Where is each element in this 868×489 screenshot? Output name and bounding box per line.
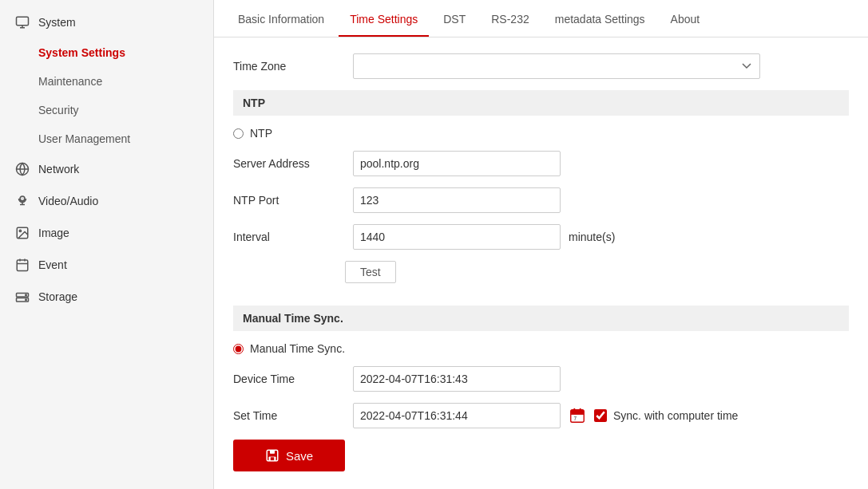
ntp-radio-label[interactable]: NTP	[250, 127, 272, 140]
tabs-bar: Basic Information Time Settings DST RS-2…	[214, 0, 868, 37]
sidebar-item-image-label: Image	[38, 227, 69, 239]
globe-icon	[14, 161, 30, 177]
sidebar-item-maintenance[interactable]: Maintenance	[0, 67, 213, 96]
svg-rect-11	[17, 260, 28, 271]
sidebar-item-event-label: Event	[38, 258, 67, 271]
manual-sync-radio[interactable]	[233, 344, 244, 354]
sidebar-item-event[interactable]: Event	[0, 249, 213, 281]
ntp-section-header: NTP	[233, 90, 849, 116]
ntp-port-row: NTP Port	[233, 187, 849, 213]
ntp-radio[interactable]	[233, 128, 244, 139]
save-button[interactable]: Save	[233, 440, 345, 471]
set-time-input[interactable]	[353, 403, 561, 428]
save-button-row: Save	[233, 440, 849, 471]
calendar-icon: 7	[569, 407, 586, 424]
sidebar-item-storage-label: Storage	[38, 290, 77, 303]
svg-point-18	[26, 299, 27, 301]
image-icon	[14, 225, 30, 241]
sync-label[interactable]: Sync. with computer time	[613, 409, 738, 422]
sidebar-item-system-label: System	[38, 16, 76, 29]
calendar-icon	[14, 257, 30, 273]
sidebar-item-system[interactable]: System	[0, 6, 213, 38]
server-address-row: Server Address	[233, 151, 849, 176]
sidebar-item-network[interactable]: Network	[0, 153, 213, 185]
ntp-port-label: NTP Port	[233, 194, 345, 207]
sidebar-item-security[interactable]: Security	[0, 96, 213, 124]
manual-sync-section-header: Manual Time Sync.	[233, 306, 849, 331]
sidebar-item-video-audio-label: Video/Audio	[38, 195, 98, 207]
server-address-input[interactable]	[353, 151, 561, 176]
microphone-icon	[14, 193, 30, 209]
tab-basic-information[interactable]: Basic Information	[227, 0, 335, 37]
monitor-icon	[14, 14, 30, 30]
svg-point-17	[26, 294, 27, 296]
timezone-row: Time Zone	[233, 53, 849, 79]
sidebar-item-storage[interactable]: Storage	[0, 281, 213, 313]
svg-rect-20	[571, 410, 585, 415]
form-area: Time Zone NTP NTP Server Address NTP Por…	[214, 37, 868, 489]
ntp-radio-row: NTP	[233, 127, 849, 140]
interval-input[interactable]	[353, 224, 561, 250]
sidebar-item-network-label: Network	[38, 163, 79, 175]
server-address-label: Server Address	[233, 157, 345, 170]
set-time-row: Set Time 7 Sync. with computer time	[233, 403, 849, 428]
main-content: Basic Information Time Settings DST RS-2…	[214, 0, 868, 489]
tab-metadata-settings[interactable]: metadata Settings	[544, 0, 656, 37]
device-time-input[interactable]	[353, 366, 561, 392]
manual-radio-row: Manual Time Sync.	[233, 342, 849, 355]
tab-rs232[interactable]: RS-232	[480, 0, 540, 37]
interval-unit: minute(s)	[569, 231, 615, 243]
sync-checkbox[interactable]	[594, 409, 607, 422]
manual-sync-radio-label[interactable]: Manual Time Sync.	[250, 342, 345, 355]
sidebar-item-image[interactable]: Image	[0, 217, 213, 249]
svg-rect-0	[17, 17, 29, 26]
set-time-controls: 7 Sync. with computer time	[353, 403, 738, 428]
interval-row: Interval minute(s)	[233, 224, 849, 250]
device-time-row: Device Time	[233, 366, 849, 392]
sidebar-item-video-audio[interactable]: Video/Audio	[0, 185, 213, 217]
test-button-row: Test	[233, 261, 849, 294]
timezone-label: Time Zone	[233, 60, 345, 73]
svg-rect-26	[270, 450, 275, 454]
sidebar-item-user-management[interactable]: User Management	[0, 124, 213, 153]
tab-about[interactable]: About	[660, 0, 711, 37]
tab-dst[interactable]: DST	[432, 0, 477, 37]
test-button[interactable]: Test	[345, 261, 396, 283]
sidebar-item-system-settings[interactable]: System Settings	[0, 38, 213, 67]
set-time-label: Set Time	[233, 409, 345, 422]
save-icon	[265, 448, 279, 463]
storage-icon	[14, 289, 30, 305]
ntp-port-input[interactable]	[353, 187, 561, 213]
tab-time-settings[interactable]: Time Settings	[339, 0, 429, 37]
device-time-label: Device Time	[233, 373, 345, 385]
svg-text:7: 7	[573, 416, 577, 421]
interval-label: Interval	[233, 231, 345, 243]
svg-rect-28	[271, 457, 275, 460]
timezone-select[interactable]	[353, 53, 760, 79]
svg-point-10	[19, 230, 21, 231]
sidebar: System System Settings Maintenance Secur…	[0, 0, 214, 489]
calendar-button[interactable]: 7	[567, 405, 588, 426]
